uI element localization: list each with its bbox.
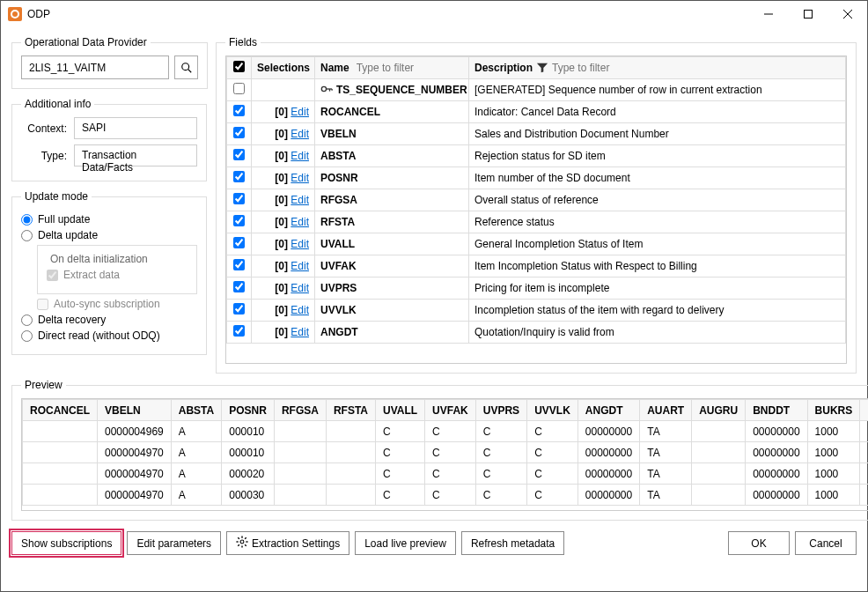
header-check[interactable]	[227, 57, 252, 79]
field-selection-cell[interactable]: [0] Edit	[252, 278, 315, 300]
preview-header[interactable]: ABSTA	[171, 400, 221, 421]
edit-link[interactable]: Edit	[291, 326, 309, 338]
svg-point-6	[321, 86, 326, 91]
edit-link[interactable]: Edit	[291, 304, 309, 316]
field-checkbox-cell[interactable]	[227, 300, 252, 322]
edit-parameters-button[interactable]: Edit parameters	[127, 531, 221, 555]
field-selection-cell[interactable]: [0] Edit	[252, 300, 315, 322]
preview-row[interactable]: 0000004970A000010CCCC00000000TA000000001…	[23, 442, 869, 463]
preview-cell: C	[475, 421, 526, 442]
name-filter-input[interactable]	[357, 62, 469, 74]
preview-cell	[860, 485, 868, 506]
edit-link[interactable]: Edit	[291, 150, 309, 162]
preview-header[interactable]: POSNR	[222, 400, 275, 421]
field-checkbox-cell[interactable]	[227, 123, 252, 145]
maximize-button[interactable]	[788, 1, 828, 27]
field-checkbox-cell[interactable]	[227, 189, 252, 211]
field-row[interactable]: [0] EditUVFAKItem Incompletion Status wi…	[227, 255, 846, 278]
field-checkbox-cell[interactable]	[227, 145, 252, 167]
header-description[interactable]: Description	[469, 57, 846, 79]
preview-header[interactable]: ANGDT	[577, 400, 639, 421]
field-row[interactable]: [0] EditANGDTQuotation/Inquiry is valid …	[227, 322, 846, 344]
preview-cell: C	[527, 442, 578, 463]
preview-header[interactable]: UVALL	[376, 400, 425, 421]
field-selection-cell[interactable]: [0] Edit	[252, 233, 315, 255]
field-row[interactable]: TS_SEQUENCE_NUMBER[GENERATED] Sequence n…	[227, 79, 846, 101]
edit-link[interactable]: Edit	[291, 238, 309, 250]
cancel-button[interactable]: Cancel	[795, 531, 857, 555]
preview-header[interactable]: VBELN	[98, 400, 172, 421]
edit-link[interactable]: Edit	[291, 128, 309, 140]
preview-row[interactable]: 0000004969A000010CCCC00000000TA000000001…	[23, 421, 869, 442]
field-checkbox-cell[interactable]	[227, 278, 252, 300]
preview-header[interactable]: AUART	[640, 400, 692, 421]
preview-header[interactable]: BNDDT	[746, 400, 807, 421]
header-selections[interactable]: Selections	[252, 57, 315, 79]
extraction-settings-button[interactable]: Extraction Settings	[226, 531, 349, 555]
field-checkbox-cell[interactable]	[227, 233, 252, 255]
field-row[interactable]: [0] EditABSTARejection status for SD ite…	[227, 145, 846, 167]
delta-update-radio[interactable]: Delta update	[21, 229, 197, 241]
preview-row[interactable]: 0000004970A000030CCCC00000000TA000000001…	[23, 485, 869, 506]
field-checkbox-cell[interactable]	[227, 322, 252, 344]
field-checkbox-cell[interactable]	[227, 211, 252, 233]
field-row[interactable]: [0] EditUVPRSPricing for item is incompl…	[227, 278, 846, 300]
preview-header[interactable]: AUGRU	[692, 400, 746, 421]
preview-header[interactable]: UVFAK	[425, 400, 476, 421]
refresh-metadata-button[interactable]: Refresh metadata	[461, 531, 564, 555]
preview-header[interactable]: RFSTA	[326, 400, 375, 421]
search-button[interactable]	[174, 56, 198, 79]
show-subscriptions-button[interactable]: Show subscriptions	[11, 531, 121, 555]
desc-filter-input[interactable]	[552, 62, 840, 74]
ok-button[interactable]: OK	[728, 531, 790, 555]
field-row[interactable]: [0] EditUVALLGeneral Incompletion Status…	[227, 233, 846, 255]
odp-input[interactable]	[21, 56, 169, 79]
field-row[interactable]: [0] EditROCANCELIndicator: Cancel Data R…	[227, 101, 846, 123]
window-title: ODP	[27, 8, 748, 20]
preview-header[interactable]: UVPRS	[475, 400, 526, 421]
minimize-button[interactable]	[748, 1, 788, 27]
field-row[interactable]: [0] EditRFSTAReference status	[227, 211, 846, 233]
preview-header[interactable]: ROCANCEL	[23, 400, 98, 421]
preview-table-container[interactable]: ROCANCELVBELNABSTAPOSNRRFGSARFSTAUVALLUV…	[21, 398, 868, 511]
preview-cell	[23, 442, 98, 463]
field-selection-cell[interactable]	[252, 79, 315, 101]
preview-table: ROCANCELVBELNABSTAPOSNRRFGSARFSTAUVALLUV…	[22, 399, 868, 506]
field-selection-cell[interactable]: [0] Edit	[252, 322, 315, 344]
preview-header[interactable]: UVVLK	[527, 400, 578, 421]
field-row[interactable]: [0] EditUVVLKIncompletion status of the …	[227, 300, 846, 322]
preview-header[interactable]: BUKRS	[807, 400, 860, 421]
full-update-radio[interactable]: Full update	[21, 213, 197, 226]
header-name[interactable]: Name	[315, 57, 469, 79]
field-selection-cell[interactable]: [0] Edit	[252, 255, 315, 278]
field-checkbox-cell[interactable]	[227, 79, 252, 101]
field-row[interactable]: [0] EditVBELNSales and Distribution Docu…	[227, 123, 846, 145]
preview-header[interactable]: FA	[860, 400, 868, 421]
edit-link[interactable]: Edit	[291, 106, 309, 118]
preview-header[interactable]: RFGSA	[274, 400, 326, 421]
edit-link[interactable]: Edit	[291, 172, 309, 184]
direct-read-radio[interactable]: Direct read (without ODQ)	[21, 329, 197, 342]
load-live-preview-button[interactable]: Load live preview	[355, 531, 456, 555]
field-selection-cell[interactable]: [0] Edit	[252, 145, 315, 167]
edit-link[interactable]: Edit	[291, 216, 309, 228]
edit-link[interactable]: Edit	[291, 260, 309, 272]
field-selection-cell[interactable]: [0] Edit	[252, 189, 315, 211]
field-checkbox-cell[interactable]	[227, 101, 252, 123]
field-row[interactable]: [0] EditRFGSAOverall status of reference	[227, 189, 846, 211]
field-selection-cell[interactable]: [0] Edit	[252, 167, 315, 189]
left-column: Operational Data Provider Additional inf…	[11, 31, 207, 374]
field-checkbox-cell[interactable]	[227, 167, 252, 189]
delta-recovery-radio[interactable]: Delta recovery	[21, 314, 197, 326]
preview-row[interactable]: 0000004970A000020CCCC00000000TA000000001…	[23, 463, 869, 485]
preview-cell: C	[425, 485, 476, 506]
field-name-cell: TS_SEQUENCE_NUMBER	[315, 79, 469, 101]
field-selection-cell[interactable]: [0] Edit	[252, 211, 315, 233]
field-selection-cell[interactable]: [0] Edit	[252, 101, 315, 123]
field-selection-cell[interactable]: [0] Edit	[252, 123, 315, 145]
field-row[interactable]: [0] EditPOSNRItem number of the SD docum…	[227, 167, 846, 189]
edit-link[interactable]: Edit	[291, 194, 309, 206]
field-checkbox-cell[interactable]	[227, 255, 252, 278]
close-button[interactable]	[828, 1, 867, 27]
edit-link[interactable]: Edit	[291, 282, 309, 294]
